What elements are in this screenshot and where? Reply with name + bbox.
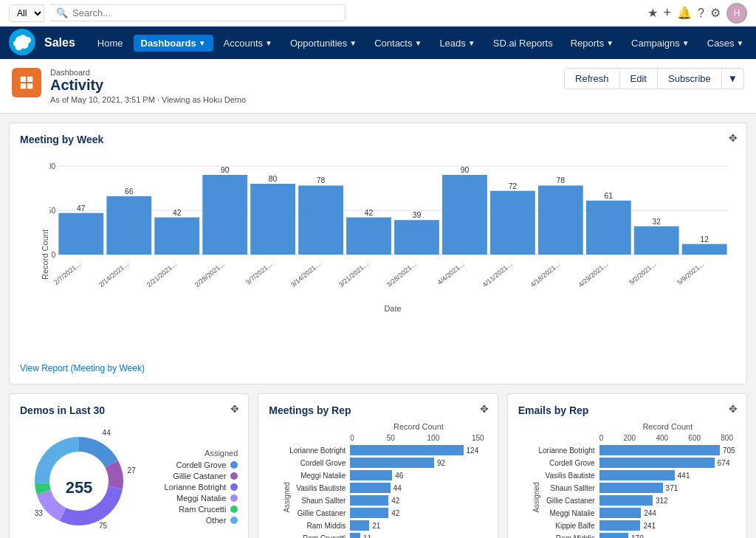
refresh-button[interactable]: Refresh [564,68,620,89]
view-report-meeting-link[interactable]: View Report (Meeting by Week) [20,363,145,373]
bar-label: Cordell Grove [269,459,350,467]
list-item: Kippie Balfe 241 [599,520,736,531]
list-item: Ram Middis 170 [599,533,736,538]
bar-fill [350,520,369,531]
avatar[interactable]: H [726,3,747,24]
bar-value: 241 [643,522,656,530]
bar-label: Meggi Natalie [269,472,350,480]
nav-item-contacts[interactable]: Contacts ▼ [367,35,429,52]
svg-text:4/29/2021...: 4/29/2021... [577,261,609,289]
expand-icon[interactable]: ✥ [729,132,738,144]
accounts-chevron-icon: ▼ [265,39,272,47]
bar-fill [599,520,641,531]
emails-x-label: Record Count [599,422,736,431]
bar-label: Gillie Castaner [518,497,599,505]
svg-text:4/18/2021...: 4/18/2021... [529,261,562,289]
bar-label: Lorianne Botright [518,446,599,455]
nav-item-opportunities[interactable]: Opportunities ▼ [283,35,364,52]
legend-label: Ram Crucetti [179,505,226,514]
meetings-assigned-label: Assigned [283,482,291,512]
top-bar: All 🔍 ★ + 🔔 ? ⚙ H [0,0,756,27]
bar-label: Meggi Natalie [518,509,599,517]
bar-fill [350,445,463,455]
nav-item-home[interactable]: Home [90,35,131,52]
legend-item: Cordell Grove [150,461,238,469]
list-item: Meggi Natalie 244 [599,508,736,518]
svg-text:12: 12 [700,235,709,244]
list-item: Ram Middis 21 [350,520,487,531]
svg-text:61: 61 [605,192,614,200]
nav-item-campaigns[interactable]: Campaigns ▼ [624,35,697,52]
legend-item: Other [150,516,238,525]
dashboard-header: Dashboard Activity As of May 10, 2021, 3… [0,59,756,114]
bar-fill [350,495,388,506]
list-item: Cordell Grove 92 [350,458,487,468]
list-item: Gillie Castaner 312 [599,495,736,506]
add-icon[interactable]: + [664,5,672,21]
demos-expand-icon[interactable]: ✥ [230,403,239,415]
bar-chart-svg: 050100472/7/2021...662/14/2021...422/21/… [49,151,736,299]
star-icon[interactable]: ★ [647,6,658,20]
nav-item-cases[interactable]: Cases ▼ [700,35,752,52]
nav-item-accounts[interactable]: Accounts ▼ [216,35,280,52]
svg-rect-13 [154,218,199,255]
subscribe-dropdown-button[interactable]: ▼ [722,68,744,89]
contacts-chevron-icon: ▼ [414,39,422,47]
subscribe-button[interactable]: Subscribe [658,68,722,89]
meetings-rep-expand-icon[interactable]: ✥ [480,403,489,415]
meeting-by-week-chart: Record Count 050100472/7/2021...662/14/2… [20,151,736,357]
bar-fill [350,483,390,493]
svg-rect-25 [346,218,391,255]
legend-label: Other [206,516,227,525]
svg-text:5/9/2021...: 5/9/2021... [676,261,705,286]
legend-dot [230,472,238,480]
donut-legend: Assigned Cordell GroveGillie CastanerLor… [150,449,238,527]
svg-text:33: 33 [35,509,44,517]
svg-rect-19 [250,184,295,255]
svg-text:2/7/2021...: 2/7/2021... [52,261,82,286]
legend-label: Gillie Castaner [173,472,226,480]
legend-dot [230,494,238,502]
bell-icon[interactable]: 🔔 [677,6,692,20]
nav-item-dashboards[interactable]: Dashboards ▼ [134,35,213,52]
list-item: Lorianne Botright 124 [350,445,487,455]
svg-text:2/21/2021...: 2/21/2021... [145,261,178,289]
bar-value: 312 [656,497,668,505]
emails-rep-expand-icon[interactable]: ✥ [729,403,738,415]
meetings-x-label: Record Count [350,422,487,431]
emails-by-rep-card: Emails by Rep ✥ Record Count 02004006008… [507,393,747,538]
svg-text:3/14/2021...: 3/14/2021... [289,261,322,289]
bar-label: Shaun Sallter [269,497,350,505]
svg-text:4/11/2021...: 4/11/2021... [481,261,514,289]
breadcrumb: Dashboard [50,68,246,77]
emails-by-rep-title: Emails by Rep [518,404,736,416]
search-input[interactable] [72,7,339,18]
nav-item-sdai[interactable]: SD.ai Reports [486,35,560,52]
bar-value: 441 [678,472,690,480]
gear-icon[interactable]: ⚙ [710,6,721,20]
search-filter-select[interactable]: All [9,4,44,22]
nav-bar: Sales Home Dashboards ▼ Accounts ▼ Oppor… [0,27,756,59]
bar-value: 42 [391,509,399,517]
bar-value: 371 [666,484,678,492]
bar-value: 46 [395,472,403,480]
nav-item-leads[interactable]: Leads ▼ [432,35,482,52]
svg-rect-16 [202,175,247,255]
meetings-by-rep-chart: Record Count 050100150 Lorianne Botright… [269,422,487,538]
bottom-row: Demos in Last 30 ✥ 44277533 255 Record C… [9,393,747,538]
legend-dot [230,461,238,469]
svg-text:5/2/2021...: 5/2/2021... [628,261,657,286]
bar-value: 244 [644,509,656,517]
list-item: Vasilis Bautiste 441 [599,470,736,480]
nav-item-reports[interactable]: Reports ▼ [563,35,621,52]
edit-button[interactable]: Edit [620,68,658,89]
svg-text:4/4/2021...: 4/4/2021... [436,261,466,286]
bar-value: 92 [437,459,445,467]
meetings-by-rep-card: Meetings by Rep ✥ Record Count 050100150… [258,393,498,538]
svg-rect-43 [634,227,679,255]
legend-title: Assigned [150,449,238,458]
bar-label: Ram Middis [518,534,599,539]
svg-text:100: 100 [49,162,56,170]
help-icon[interactable]: ? [698,7,704,20]
bar-value: 44 [394,484,402,492]
